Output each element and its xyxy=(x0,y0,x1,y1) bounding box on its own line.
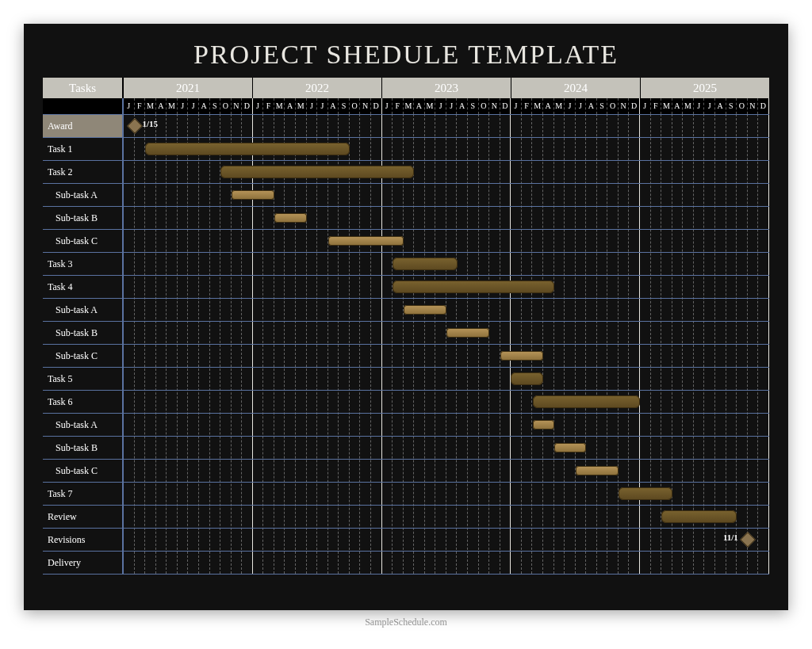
gantt-bar[interactable] xyxy=(145,143,350,155)
month-cell: M xyxy=(274,98,285,114)
month-cell: J xyxy=(640,98,651,114)
month-cell: D xyxy=(242,98,253,114)
month-cell: J xyxy=(188,98,199,114)
gantt-row xyxy=(124,229,769,252)
month-cell: S xyxy=(726,98,737,114)
task-label: Task 3 xyxy=(43,252,122,275)
task-label: Task 1 xyxy=(43,137,122,160)
month-cell: J xyxy=(253,98,264,114)
month-cell: F xyxy=(135,98,146,114)
task-label: Task 5 xyxy=(43,367,122,390)
task-labels: AwardTask 1Task 2Sub-task ASub-task BSub… xyxy=(43,114,124,574)
gantt-bar[interactable] xyxy=(328,236,404,246)
month-cell: M xyxy=(296,98,307,114)
gantt-board: PROJECT SHEDULE TEMPLATE Tasks 2021 2022… xyxy=(24,24,788,610)
gantt-row: 1/15 xyxy=(124,114,769,137)
month-row: JFMAMJJASONDJFMAMJJASONDJFMAMJJASONDJFMA… xyxy=(43,98,769,114)
month-cell: F xyxy=(651,98,662,114)
month-cell: J xyxy=(124,98,135,114)
month-cell: N xyxy=(619,98,630,114)
month-cell: A xyxy=(586,98,597,114)
month-cell: S xyxy=(210,98,221,114)
gantt-bar[interactable] xyxy=(274,213,307,223)
milestone-diamond-icon[interactable] xyxy=(127,118,143,134)
month-cell: O xyxy=(607,98,619,114)
month-cell: A xyxy=(199,98,210,114)
month-cell: S xyxy=(468,98,479,114)
gantt-row xyxy=(124,206,769,229)
gantt-bar[interactable] xyxy=(661,510,737,523)
gantt-bar[interactable] xyxy=(446,328,489,338)
month-spacer xyxy=(43,98,124,114)
gantt-bar[interactable] xyxy=(232,190,274,200)
gantt-bar[interactable] xyxy=(619,487,672,500)
month-cell: F xyxy=(393,98,404,114)
gantt-bar[interactable] xyxy=(393,258,457,270)
year-col: 2025 xyxy=(640,78,769,98)
gantt-row xyxy=(124,390,769,413)
gantt-row xyxy=(124,436,769,459)
milestone-label: 11/1 xyxy=(723,533,738,542)
month-cell: O xyxy=(350,98,361,114)
milestone-diamond-icon[interactable] xyxy=(740,532,756,548)
year-col: 2024 xyxy=(511,78,640,98)
task-label: Revisions xyxy=(43,528,122,551)
month-cell: M xyxy=(404,98,415,114)
task-label: Sub-task B xyxy=(43,206,122,229)
month-cell: O xyxy=(220,98,232,114)
month-cell: S xyxy=(597,98,608,114)
task-label: Sub-task B xyxy=(43,436,122,459)
gantt-bar[interactable] xyxy=(554,443,587,452)
gantt-bar[interactable] xyxy=(393,281,554,293)
month-cell: A xyxy=(414,98,425,114)
gantt-row xyxy=(124,344,769,367)
gantt-bar[interactable] xyxy=(511,372,543,385)
month-cell: J xyxy=(178,98,189,114)
task-label: Task 2 xyxy=(43,160,122,183)
task-label: Task 7 xyxy=(43,482,122,505)
month-cell: M xyxy=(145,98,156,114)
month-cell: F xyxy=(522,98,533,114)
header-row: Tasks 2021 2022 2023 2024 2025 xyxy=(43,78,769,98)
month-cell: S xyxy=(339,98,350,114)
month-cell: A xyxy=(156,98,167,114)
gantt-bar[interactable] xyxy=(404,305,446,315)
gantt-bar[interactable] xyxy=(500,351,543,361)
month-cell: D xyxy=(629,98,640,114)
task-label: Sub-task C xyxy=(43,344,122,367)
month-cell: J xyxy=(511,98,522,114)
gantt-row xyxy=(124,413,769,436)
gantt-bar[interactable] xyxy=(533,395,641,408)
gantt-row xyxy=(124,367,769,390)
month-cell: M xyxy=(425,98,436,114)
gantt-row xyxy=(124,321,769,344)
task-label: Award xyxy=(43,114,122,137)
month-cell: N xyxy=(748,98,759,114)
month-cell: J xyxy=(435,98,446,114)
month-cell: D xyxy=(371,98,382,114)
milestone-label: 1/15 xyxy=(143,119,159,128)
month-cell: A xyxy=(715,98,726,114)
gantt-bar[interactable] xyxy=(220,166,414,178)
month-cell: F xyxy=(263,98,274,114)
task-label: Delivery xyxy=(43,551,122,574)
gantt-bar[interactable] xyxy=(533,420,554,429)
page-title: PROJECT SHEDULE TEMPLATE xyxy=(43,40,769,70)
gantt-row xyxy=(124,183,769,206)
gantt-row xyxy=(124,505,769,528)
month-cell: M xyxy=(683,98,694,114)
gantt-bar[interactable] xyxy=(576,466,619,475)
month-cell: J xyxy=(446,98,458,114)
month-cell: O xyxy=(479,98,490,114)
gantt-row xyxy=(124,137,769,160)
month-cell: N xyxy=(489,98,500,114)
gantt-row xyxy=(124,459,769,482)
month-cell: A xyxy=(672,98,684,114)
year-col: 2023 xyxy=(381,78,511,98)
footer-credit: SampleSchedule.com xyxy=(24,617,788,628)
month-cell: J xyxy=(694,98,705,114)
month-cell: M xyxy=(167,98,178,114)
year-col: 2021 xyxy=(124,78,252,98)
month-cell: N xyxy=(360,98,371,114)
month-cell: O xyxy=(737,98,748,114)
